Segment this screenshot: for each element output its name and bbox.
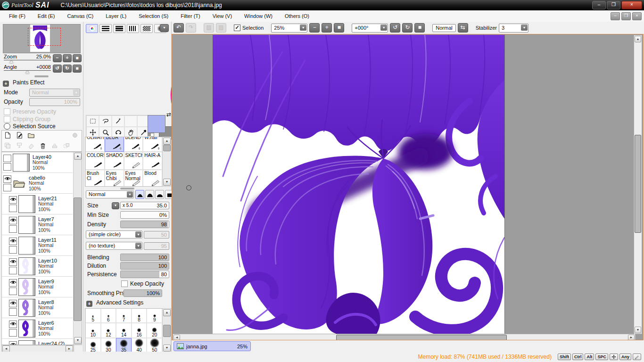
layer-row-cabello[interactable]: cabelloNormal100%: [2, 173, 73, 194]
persistence-slider[interactable]: 80: [120, 271, 169, 278]
paints-effect-header[interactable]: + Paints Effect: [3, 79, 44, 87]
delete-layer-button[interactable]: [39, 142, 48, 150]
lasso-tool[interactable]: [99, 115, 112, 127]
undo-button[interactable]: ↶: [173, 23, 184, 33]
brush-texture-amount-slider[interactable]: 95: [144, 242, 169, 250]
brush-size-40[interactable]: 40: [132, 338, 147, 353]
flip-view-button[interactable]: ⇆: [458, 23, 468, 33]
menu-item-view[interactable]: View (V): [206, 11, 238, 21]
chevron-down-icon[interactable]: ▼: [135, 231, 141, 238]
layer-row-layer7[interactable]: Layer7Normal100%: [2, 214, 73, 235]
primary-color-swatch[interactable]: [148, 115, 165, 133]
selection-source-radio[interactable]: [4, 123, 10, 130]
window-minimize-button[interactable]: –: [592, 1, 606, 9]
brush-edge-medium-button[interactable]: [145, 190, 154, 199]
layer-select-checkbox[interactable]: [9, 308, 17, 316]
layer-visibility-checkbox[interactable]: [3, 175, 11, 183]
brush-preset-olwati[interactable]: OLWATI: [85, 137, 105, 152]
view-rotate-reset-button[interactable]: ■: [414, 23, 425, 33]
mixer-sliders-tab[interactable]: [127, 24, 139, 33]
chevron-down-icon[interactable]: ▼: [521, 25, 528, 31]
brush-texture-select[interactable]: (no texture) ▼: [86, 242, 142, 250]
color-panel-menu-button[interactable]: ▼: [160, 24, 169, 32]
new-folder-button[interactable]: [27, 132, 36, 140]
brush-edge-soft-button[interactable]: [135, 190, 144, 199]
scroll-up-arrow[interactable]: ▲: [635, 36, 641, 42]
scroll-down-arrow[interactable]: ▼: [74, 337, 82, 344]
rect-select-tool[interactable]: [86, 115, 99, 127]
scrollbar-thumb[interactable]: [163, 145, 171, 151]
zoom-out-button[interactable]: −: [53, 54, 62, 62]
layer-row-layer24-(2)[interactable]: Layer24 (2)Normal100%: [2, 339, 73, 345]
keep-opacity-checkbox[interactable]: [121, 280, 128, 287]
expand-plus-icon[interactable]: +: [3, 81, 9, 87]
canvas-vscrollbar[interactable]: ▲ ▼: [634, 35, 642, 334]
copy-layer-button[interactable]: [4, 142, 12, 150]
document-canvas[interactable]: [213, 35, 505, 334]
window-close-button[interactable]: ×: [621, 1, 642, 9]
layer-visibility-checkbox[interactable]: [9, 238, 17, 245]
brush-size-14[interactable]: 14: [116, 323, 132, 338]
preserve-opacity-row[interactable]: Preserve Opacity: [4, 108, 56, 115]
size-unit-button[interactable]: ▼: [112, 202, 119, 209]
invert-selection-button[interactable]: ▨: [216, 23, 226, 33]
color-wheel-tab[interactable]: [86, 24, 98, 33]
navigator-view-rect[interactable]: [28, 28, 61, 46]
brush-preset-sketch[interactable]: SKETCH: [124, 152, 143, 170]
brush-preset-color-[interactable]: COLOR!: [85, 152, 105, 170]
brush-size-9[interactable]: 9: [147, 308, 162, 323]
layer-row-layer8[interactable]: Layer8Normal100%: [2, 297, 73, 318]
layer-select-checkbox[interactable]: [3, 163, 11, 171]
brush-size-7[interactable]: 7: [116, 308, 132, 323]
layer-visibility-checkbox[interactable]: [9, 217, 17, 224]
new-layer-button[interactable]: [4, 132, 12, 140]
layer-visibility-checkbox[interactable]: [9, 258, 17, 266]
redo-button[interactable]: ↷: [186, 23, 196, 33]
layer-select-checkbox[interactable]: [9, 246, 17, 254]
selection-source-row[interactable]: Selection Source: [4, 123, 56, 130]
dilution-slider[interactable]: 100: [120, 262, 169, 270]
layer-row-layer6[interactable]: Layer6Normal100%: [2, 318, 73, 339]
scroll-up-arrow[interactable]: ▲: [74, 153, 82, 160]
hscroll-thumb[interactable]: [336, 335, 507, 340]
chevron-down-icon[interactable]: ▼: [135, 243, 141, 249]
brush-size-8[interactable]: 8: [132, 308, 147, 323]
brush-size-5[interactable]: 5: [85, 308, 101, 323]
brush-preset-shado[interactable]: SHADO: [105, 152, 124, 170]
brush-size-25[interactable]: 25: [85, 338, 101, 353]
layer-row-layer21[interactable]: Layer21Normal100%: [2, 194, 73, 214]
rgb-sliders-tab[interactable]: [99, 24, 112, 33]
menu-item-canvas[interactable]: Canvas (C): [61, 11, 100, 21]
brush-size-slider[interactable]: x 5.0 35.0: [120, 202, 169, 209]
brush-blend-mode-select[interactable]: Normal ▼: [86, 190, 134, 198]
rotate-ccw-button[interactable]: ↺: [53, 65, 62, 73]
hls-sliders-tab[interactable]: [113, 24, 125, 33]
chevron-down-icon[interactable]: ▼: [300, 25, 306, 31]
brush-preset-blur[interactable]: BLUR: [105, 137, 124, 152]
zoom-in-button[interactable]: +: [63, 54, 72, 62]
brush-preset-brush-cl[interactable]: Brush Cl: [85, 170, 105, 187]
chevron-down-icon[interactable]: ▼: [380, 25, 387, 31]
brush-size-50[interactable]: 50: [147, 338, 162, 353]
angle-slider-handle[interactable]: [25, 71, 29, 74]
scroll-left-arrow[interactable]: ◄: [173, 335, 180, 340]
selection-checkbox[interactable]: ✓: [234, 25, 240, 31]
layers-scrollbar-thumb[interactable]: [74, 197, 82, 321]
menu-item-layer[interactable]: Layer (L): [99, 11, 132, 21]
layer-opacity-slider[interactable]: 100%: [29, 98, 80, 106]
layer-select-checkbox[interactable]: [9, 288, 17, 295]
clipping-group-row[interactable]: Clipping Group: [4, 116, 50, 123]
layer-mode-select[interactable]: Normal ▼: [29, 89, 80, 97]
brush-preset-blood[interactable]: Blood: [143, 170, 162, 187]
stamp-layer-button[interactable]: [51, 142, 59, 150]
keep-opacity-row[interactable]: Keep Opacity: [121, 280, 164, 287]
scroll-down-arrow[interactable]: ▼: [163, 179, 171, 186]
menu-item-edit[interactable]: Edit (E): [32, 11, 61, 21]
layer-visibility-checkbox[interactable]: [9, 300, 17, 307]
menu-item-filter[interactable]: Filter (T): [174, 11, 206, 21]
layer-visibility-checkbox[interactable]: [9, 321, 17, 328]
swatch-grid-tab[interactable]: [140, 24, 153, 33]
brush-preset-w-hair[interactable]: W.hair: [143, 137, 162, 152]
layer-row-layer11[interactable]: Layer11Normal100%: [2, 235, 73, 256]
layer-visibility-checkbox[interactable]: [3, 155, 11, 162]
